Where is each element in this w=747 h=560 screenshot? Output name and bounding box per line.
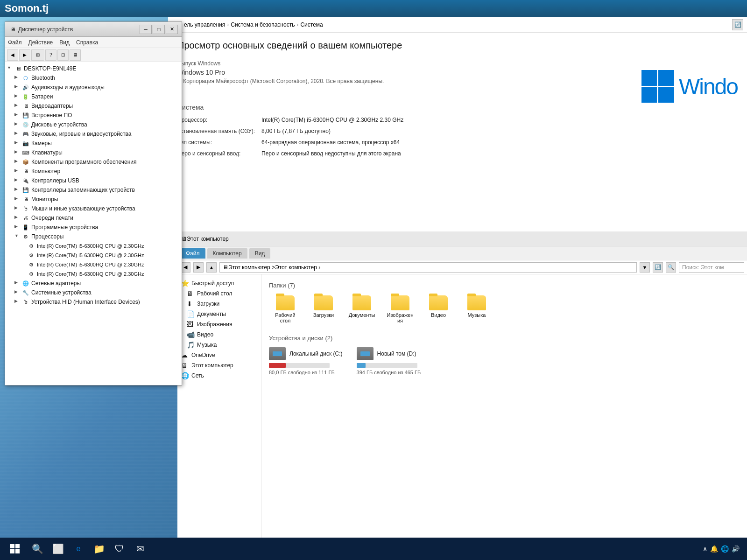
tray-expand[interactable]: ∧ [703,545,707,553]
menu-action[interactable]: Действие [28,39,53,46]
tree-item-cpu4[interactable]: ⚙ Intel(R) Core(TM) i5-6300HQ CPU @ 2.30… [5,269,182,279]
tree-item-sound[interactable]: ▶ 🎮 Звуковые, игровые и видеоустройства [5,129,182,139]
tree-item-usb[interactable]: ▶ 🔌 Контроллеры USB [5,176,182,185]
tree-item-processors[interactable]: ▼ ⚙ Процессоры [5,232,182,241]
defender-taskbar[interactable]: 🛡 [110,539,129,558]
folder-video[interactable]: Видео [422,294,455,325]
tree-item-storage[interactable]: ▶ 💾 Контроллеры запоминающих устройств [5,185,182,195]
sidebar-desktop[interactable]: 🖥 Рабочий стол [177,288,261,299]
toolbar-btn3[interactable]: ⊡ [57,49,69,61]
file-explorer-taskbar[interactable]: 📁 [90,539,108,558]
search-btn[interactable]: 🔍 [666,262,676,273]
item-label: Bluetooth [31,75,55,81]
folder-downloads[interactable]: Загрузки [307,294,340,325]
drive-d-label: Новый том (D:) [377,350,416,357]
breadcrumb-part2[interactable]: Система и безопасность [231,21,295,28]
tray-notification[interactable]: 🔔 [710,545,718,553]
type-label: Тип системы: [177,139,261,146]
start-sq1 [10,544,14,548]
tree-item-audio[interactable]: ▶ 🔊 Аудиовходы и аудиовыходы [5,83,182,92]
drive-d[interactable]: Новый том (D:) 394 ГБ свободно из 465 ГБ [357,347,421,375]
logo-sq4 [658,87,674,103]
tree-item-monitors[interactable]: ▶ 🖥 Мониторы [5,195,182,204]
documents-icon: 📄 [187,310,194,318]
tree-root[interactable]: ▼ 🖥 DESKTOP-E9NL49E [5,64,182,73]
tab-view[interactable]: Вид [249,248,271,259]
toolbar-back[interactable]: ◀ [7,49,18,61]
task-view[interactable]: ⬜ [49,539,67,558]
search-taskbar[interactable]: 🔍 [28,539,47,558]
menu-view[interactable]: Вид [59,39,70,46]
onedrive-icon: ☁ [181,351,189,359]
sidebar-music[interactable]: 🎵 Музыка [177,340,261,350]
close-button[interactable]: ✕ [166,25,178,34]
usb-icon: 🔌 [22,177,29,184]
sidebar-video[interactable]: 📹 Видео [177,329,261,340]
search-box[interactable]: Поиск: Этот ком [679,262,744,273]
nav-forward-btn[interactable]: ▶ [193,262,204,273]
edge-browser[interactable]: e [69,539,88,558]
tree-item-keyboard[interactable]: ▶ ⌨ Клавиатуры [5,148,182,157]
toolbar-forward[interactable]: ▶ [19,49,30,61]
folder-music[interactable]: Музыка [460,294,493,325]
tree-item-program-devices[interactable]: ▶ 📱 Программные устройства [5,223,182,232]
minimize-button[interactable]: ─ [140,25,152,34]
refresh-btn[interactable]: 🔃 [653,262,663,273]
device-manager-toolbar: ◀ ▶ ⊞ ? ⊡ 🖥 [5,48,182,62]
tree-item-hid[interactable]: ▶ 🖱 Устройства HID (Human Interface Devi… [5,297,182,307]
tree-item-mouse[interactable]: ▶ 🖱 Мыши и иные указывающие устройства [5,204,182,213]
folder-desktop[interactable]: Рабочий стол [269,294,302,325]
folder-pictures[interactable]: Изображения [384,294,416,325]
sidebar-onedrive[interactable]: ☁ OneDrive [177,350,261,360]
drive-d-info: 394 ГБ свободно из 465 ГБ [357,370,421,375]
expand-icon: ▶ [14,289,21,296]
tree-item-firmware[interactable]: ▶ 💾 Встроенное ПО [5,111,182,120]
start-sq3 [10,549,14,553]
tray-network[interactable]: 🌐 [721,545,729,553]
quick-access-icon: ⭐ [181,280,189,287]
tree-item-cpu3[interactable]: ⚙ Intel(R) Core(TM) i5-6300HQ CPU @ 2.30… [5,260,182,269]
tree-item-software[interactable]: ▶ 📦 Компоненты программного обеспечения [5,157,182,167]
this-pc-icon: 🖥 [181,362,189,369]
windows-logo-grid [641,70,674,103]
toolbar-btn1[interactable]: ⊞ [31,49,44,61]
sidebar-documents[interactable]: 📄 Документы [177,309,261,319]
tree-item-cpu1[interactable]: ⚙ Intel(R) Core(TM) i5-6300HQ CPU @ 2.30… [5,241,182,251]
tree-item-camera[interactable]: ▶ 📷 Камеры [5,139,182,148]
maximize-button[interactable]: □ [153,25,165,34]
folder-documents[interactable]: Документы [345,294,378,325]
tree-item-cpu2[interactable]: ⚙ Intel(R) Core(TM) i5-6300HQ CPU @ 2.30… [5,251,182,260]
expand-icon: ▶ [14,215,21,221]
item-label: Мыши и иные указывающие устройства [31,205,135,212]
tree-item-computer[interactable]: ▶ 🖥 Компьютер [5,167,182,176]
tree-item-bluetooth[interactable]: ▶ ⬡ Bluetooth [5,73,182,83]
tree-item-video[interactable]: ▶ 🖥 Видеоадаптеры [5,101,182,111]
start-button[interactable] [4,539,26,558]
tree-item-disk[interactable]: ▶ 💿 Дисковые устройства [5,120,182,129]
tree-item-network[interactable]: ▶ 🌐 Сетевые адаптеры [5,279,182,288]
folder-label: Видео [431,312,446,318]
tree-item-print-queue[interactable]: ▶ 🖨 Очереди печати [5,213,182,223]
refresh-button[interactable]: 🔃 [732,19,743,30]
address-dropdown[interactable]: ▼ [640,262,650,273]
tab-file[interactable]: Файл [180,248,205,259]
sidebar-network[interactable]: 🌐 Сеть [177,371,261,381]
address-bar[interactable]: 🖥 Этот компьютер > Этот компьютер › [219,262,637,273]
tree-item-battery[interactable]: ▶ 🔋 Батареи [5,92,182,101]
sidebar-quick-access[interactable]: ⭐ Быстрый доступ [177,278,261,288]
mail-taskbar[interactable]: ✉ [131,539,149,558]
cpu-icon: ⚙ [28,252,35,259]
tree-item-system[interactable]: ▶ 🔧 Системные устройства [5,288,182,297]
tab-computer[interactable]: Компьютер [207,248,247,259]
sidebar-this-pc[interactable]: 🖥 Этот компьютер [177,360,261,371]
logo-sq3 [641,87,657,103]
sidebar-downloads[interactable]: ⬇ Загрузки [177,299,261,309]
toolbar-btn2[interactable]: ? [45,49,56,61]
menu-file[interactable]: Файл [8,39,22,46]
nav-up-btn[interactable]: ▲ [206,262,217,273]
toolbar-btn4[interactable]: 🖥 [70,49,81,61]
tray-volume[interactable]: 🔊 [732,545,740,553]
menu-help[interactable]: Справка [76,39,98,46]
drive-c[interactable]: Локальный диск (C:) 80,0 ГБ свободно из … [269,347,343,375]
sidebar-pictures[interactable]: 🖼 Изображения [177,319,261,329]
